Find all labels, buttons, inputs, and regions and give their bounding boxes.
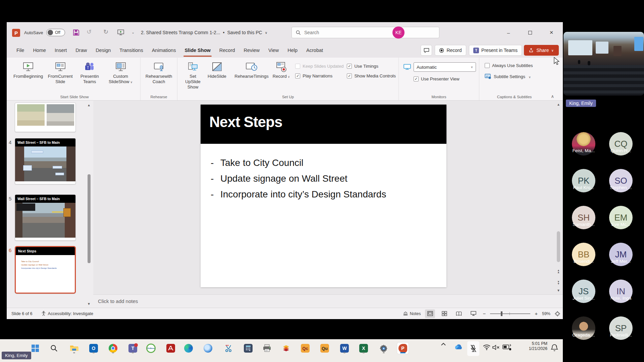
- start-slideshow-quick-icon[interactable]: [117, 29, 124, 36]
- onedrive-icon[interactable]: [453, 344, 463, 350]
- close-button[interactable]: ×: [545, 28, 558, 37]
- notes-pane[interactable]: Click to add notes: [93, 294, 563, 308]
- excel-icon[interactable]: X: [358, 343, 369, 354]
- tab-record[interactable]: Record: [215, 43, 239, 58]
- zoom-slider[interactable]: [490, 313, 530, 314]
- record-ribbon-button[interactable]: Record: [271, 60, 292, 80]
- present-in-teams-button[interactable]: T Present in Teams: [469, 45, 522, 56]
- outlook-icon[interactable]: O: [88, 343, 99, 354]
- from-current-slide-button[interactable]: FromCurrent Slide: [45, 60, 75, 85]
- battery-cast-icon[interactable]: [502, 344, 512, 351]
- chrome-icon[interactable]: [107, 343, 119, 354]
- rehearse-timings-button[interactable]: RehearseTimings: [232, 60, 270, 80]
- slide-bullet-3[interactable]: - Incorporate into city’s Design Standar…: [211, 189, 386, 200]
- minimize-button[interactable]: –: [502, 28, 515, 37]
- edge-icon[interactable]: [183, 343, 194, 354]
- set-up-slide-show-button[interactable]: Set UpSlide Show: [180, 60, 206, 90]
- search-input[interactable]: [304, 30, 425, 35]
- custom-slide-show-button[interactable]: Custom SlideShow: [104, 60, 138, 85]
- slide-4-thumbnail[interactable]: Wall Street – SFB to Main: [15, 138, 76, 184]
- normal-view-button[interactable]: [425, 309, 435, 318]
- qu-app-icon[interactable]: Qu: [319, 343, 330, 354]
- tray-expand-icon[interactable]: [441, 343, 446, 346]
- scroll-up-icon[interactable]: ▲: [557, 103, 560, 106]
- slide-bullet-1[interactable]: - Take to City Council: [211, 158, 303, 168]
- meeting-video-feed[interactable]: [564, 32, 644, 96]
- subtitle-settings-button[interactable]: Subtitle Settings: [485, 73, 531, 79]
- tab-help[interactable]: Help: [283, 43, 302, 58]
- tab-design[interactable]: Design: [91, 43, 115, 58]
- share-button[interactable]: Share ∨: [524, 45, 559, 56]
- slide-title[interactable]: Next Steps: [209, 114, 282, 130]
- tab-insert[interactable]: Insert: [50, 43, 71, 58]
- zoom-level[interactable]: 59%: [542, 311, 550, 316]
- settings-gear-icon[interactable]: [378, 343, 389, 354]
- tab-transitions[interactable]: Transitions: [115, 43, 147, 58]
- powerpoint-taskbar-icon[interactable]: P: [397, 343, 409, 354]
- acrobat-icon[interactable]: [165, 343, 176, 354]
- fit-to-window-button[interactable]: [555, 311, 560, 316]
- autosave-toggle[interactable]: Off: [46, 29, 65, 36]
- tab-view[interactable]: View: [264, 43, 283, 58]
- onbase-icon[interactable]: OnBase: [145, 343, 157, 354]
- scroll-down-icon[interactable]: ▼: [557, 289, 560, 292]
- always-use-subtitles-checkbox[interactable]: Always Use Subtitles: [485, 63, 533, 68]
- tab-home[interactable]: Home: [29, 43, 50, 58]
- user-avatar[interactable]: KE: [392, 26, 405, 39]
- comments-button[interactable]: [421, 45, 432, 56]
- start-button[interactable]: [30, 343, 41, 354]
- clock[interactable]: 5:01 PM 1/21/2026: [515, 341, 547, 351]
- save-icon[interactable]: [72, 29, 80, 36]
- tab-acrobat[interactable]: Acrobat: [302, 43, 327, 58]
- slide-bullet-2[interactable]: - Update signage on Wall Street: [211, 173, 347, 184]
- zoom-slider-thumb[interactable]: [501, 311, 502, 316]
- wifi-icon[interactable]: [483, 345, 490, 350]
- slide-6-thumbnail-selected[interactable]: Next Steps Take to City Council Update s…: [15, 246, 76, 294]
- slide-title-bar[interactable]: Next Steps: [201, 105, 446, 144]
- notes-placeholder[interactable]: Click to add notes: [98, 298, 138, 304]
- monitor-dropdown[interactable]: Automatic∨: [414, 62, 476, 72]
- tab-slide-show[interactable]: Slide Show: [180, 43, 215, 58]
- slide-show-view-button[interactable]: [468, 309, 478, 318]
- from-beginning-button[interactable]: FromBeginning: [11, 60, 45, 80]
- tab-file[interactable]: File: [12, 43, 29, 58]
- thumbnail-scrollbar[interactable]: [88, 174, 91, 263]
- play-narrations-checkbox[interactable]: Play Narrations: [295, 73, 343, 78]
- document-title[interactable]: 2. Shared Streets Transp Comm 1-2... • S…: [141, 30, 267, 35]
- tab-draw[interactable]: Draw: [71, 43, 91, 58]
- qc-app-icon[interactable]: Qc: [300, 343, 311, 354]
- notes-toggle-button[interactable]: Notes: [403, 311, 421, 316]
- slide-sorter-view-button[interactable]: [439, 309, 449, 318]
- notification-bell-icon[interactable]: z: [551, 344, 558, 352]
- maximize-button[interactable]: [523, 28, 537, 37]
- taskbar-search-icon[interactable]: [48, 343, 60, 354]
- slide-canvas[interactable]: Next Steps - Take to City Council - Upda…: [201, 105, 446, 287]
- printer-icon[interactable]: [261, 343, 273, 354]
- zoom-out-button[interactable]: −: [483, 311, 486, 316]
- papervision-icon[interactable]: [280, 343, 292, 354]
- thumbnail-scroll-up-icon[interactable]: ▲: [87, 103, 91, 107]
- webex-icon[interactable]: [202, 343, 214, 354]
- zoom-in-button[interactable]: +: [535, 311, 538, 316]
- show-media-controls-checkbox[interactable]: Show Media Controls: [347, 73, 396, 78]
- previous-slide-button[interactable]: ▲▲: [556, 269, 561, 274]
- next-slide-button[interactable]: ▼▼: [556, 281, 561, 285]
- teams-taskbar-icon[interactable]: T: [127, 343, 139, 354]
- microphone-muted-icon[interactable]: [467, 341, 479, 356]
- scrollbar-thumb[interactable]: [557, 231, 560, 262]
- tab-animations[interactable]: Animations: [148, 43, 180, 58]
- record-button[interactable]: Record: [435, 45, 466, 56]
- calculator-icon[interactable]: [243, 343, 254, 354]
- tab-review[interactable]: Review: [239, 43, 264, 58]
- collapse-ribbon-icon[interactable]: ∧: [551, 94, 554, 99]
- slide-5-thumbnail[interactable]: Wall Street – SFB to Main: [15, 194, 76, 241]
- hide-slide-button[interactable]: HideSlide: [206, 60, 228, 80]
- reading-view-button[interactable]: [454, 309, 464, 318]
- rehearse-with-coach-button[interactable]: Rehearsewith Coach: [143, 60, 174, 85]
- snipping-tool-icon[interactable]: [223, 343, 234, 354]
- file-explorer-icon[interactable]: [68, 343, 80, 354]
- saved-status[interactable]: Saved to this PC: [227, 30, 262, 35]
- quick-access-chevron[interactable]: ⌄: [131, 30, 135, 35]
- present-in-teams-ribbon-button[interactable]: T Presentin Teams: [75, 60, 104, 85]
- use-presenter-view-checkbox[interactable]: Use Presenter View: [414, 76, 460, 81]
